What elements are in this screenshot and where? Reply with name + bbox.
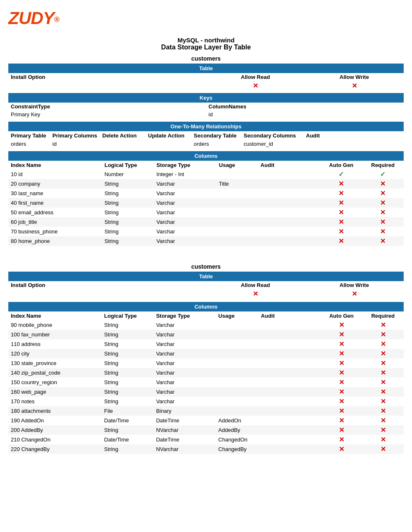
required-cross: ✕ [380, 180, 385, 187]
col-usage [217, 189, 258, 198]
s2-col-row-4: 130 state_province String Varchar ✕ ✕ [8, 358, 404, 368]
required-cross: ✕ [380, 407, 386, 414]
section1-table-label: Table [8, 64, 404, 73]
auto-gen-cross: ✕ [339, 407, 344, 414]
allow-read-label: Allow Read [206, 73, 305, 81]
s2-col-auto-gen: ✕ [321, 444, 362, 454]
required-cross: ✕ [380, 228, 385, 235]
s2-install-option-label: Install Option [8, 281, 206, 289]
s2-col-usage [216, 397, 258, 406]
s2-col-usage [216, 339, 258, 349]
s2-col-index-name: 220 ChangedBy [8, 444, 102, 454]
install-header-row: Install Option Allow Read Allow Write [8, 73, 404, 81]
s2-col-required: ✕ [362, 330, 404, 339]
s2-col-row-5: 140 zip_postal_code String Varchar ✕ ✕ [8, 368, 404, 378]
s2-col-required: ✕ [362, 368, 404, 378]
s2-col-usage: ChangedBy [216, 444, 258, 454]
col-required: ✕ [362, 179, 404, 189]
s2-col-row-13: 220 ChangedBy String NVarchar ChangedBy … [8, 444, 404, 454]
s2-col-logical-type: String [102, 330, 154, 339]
s2-allow-read-value: ✕ [206, 289, 305, 299]
cols-tbody-2: 90 mobile_phone String Varchar ✕ ✕ 100 f… [8, 320, 404, 454]
col-index-name: 70 business_phone [8, 227, 102, 236]
auto-gen-cross: ✕ [339, 350, 344, 357]
column-names-header: ColumnNames [206, 103, 404, 110]
s2-col-usage: ChangedOn [216, 435, 258, 444]
col-index-name: 40 first_name [8, 198, 102, 208]
s2-col-auto-gen: ✕ [321, 435, 362, 444]
col-h-audit: Audit [258, 161, 321, 169]
col-header-row-2: Index Name Logical Type Storage Type Usa… [8, 311, 404, 320]
section1-columns-table: Index Name Logical Type Storage Type Usa… [8, 161, 404, 246]
s2-col-storage-type: NVarchar [153, 425, 216, 435]
keys-table: ConstraintType ColumnNames Primary Key i… [8, 103, 404, 118]
rel-audit-0 [303, 140, 404, 148]
s2-col-audit [259, 349, 321, 358]
key-constraint-0: Primary Key [8, 110, 206, 118]
col-h-usage: Usage [217, 161, 258, 169]
required-cross: ✕ [380, 341, 386, 348]
col-auto-gen: ✕ [321, 236, 362, 246]
s2-col-logical-type: String [102, 425, 154, 435]
col-auto-gen: ✕ [321, 227, 362, 236]
s2-col-audit [259, 387, 321, 397]
report-title1: MySQL - northwind [8, 37, 404, 44]
s2-col-logical-type: String [102, 387, 154, 397]
rel-tbody: orders id orders customer_id [8, 140, 404, 148]
auto-gen-cross: ✕ [339, 388, 344, 395]
s2-col-storage-type: Varchar [153, 387, 216, 397]
install-option-label: Install Option [8, 73, 206, 81]
col-required: ✕ [362, 227, 404, 236]
logo-registered: ® [54, 15, 59, 24]
s2-col-index-name: 130 state_province [8, 358, 102, 368]
s2-allow-read-label: Allow Read [206, 281, 305, 289]
s2-col-auto-gen: ✕ [321, 349, 362, 358]
rel-header-primary-cols: Primary Columns [50, 131, 100, 140]
s2-col-logical-type: String [102, 444, 154, 454]
col-required: ✕ [362, 208, 404, 217]
section2: customers Table Install Option Allow Rea… [8, 262, 404, 454]
col-index-name: 20 company [8, 179, 102, 189]
s2-col-h-required: Required [362, 311, 404, 320]
section1-table-name: customers [8, 54, 404, 64]
s2-allow-write-cross: ✕ [352, 290, 357, 297]
col-storage-type: Varchar [154, 208, 216, 217]
rel-header-update-action: Update Action [146, 131, 191, 140]
allow-read-value: ✕ [206, 81, 305, 91]
s2-col-required: ✕ [362, 425, 404, 435]
col-row-0: 10 id Number Integer - Int ✓ ✓ [8, 169, 404, 179]
section2-table-label: Table [8, 272, 404, 281]
s2-col-auto-gen: ✕ [321, 416, 362, 425]
s2-col-row-8: 170 notes String Varchar ✕ ✕ [8, 397, 404, 406]
col-storage-type: Varchar [154, 227, 216, 236]
section1-cols-label: Columns [8, 151, 404, 161]
col-h-index: Index Name [8, 161, 102, 169]
col-auto-gen: ✕ [321, 198, 362, 208]
s2-col-storage-type: Varchar [153, 358, 216, 368]
rel-primary-table-0: orders [8, 140, 50, 148]
required-cross: ✕ [380, 379, 386, 386]
s2-col-index-name: 190 AddedOn [8, 416, 102, 425]
section2-table-options: Install Option Allow Read Allow Write ✕ … [8, 281, 404, 299]
col-usage [217, 217, 258, 227]
s2-col-h-storage: Storage Type [153, 311, 216, 320]
s2-col-index-name: 150 country_region [8, 378, 102, 387]
s2-col-storage-type: Varchar [153, 349, 216, 358]
s2-col-logical-type: String [102, 397, 154, 406]
s2-col-required: ✕ [362, 397, 404, 406]
col-storage-type: Varchar [154, 217, 216, 227]
install-option-value [8, 81, 206, 91]
s2-col-required: ✕ [362, 349, 404, 358]
col-storage-type: Integer - Int [154, 169, 216, 179]
key-row-0: Primary Key id [8, 110, 404, 118]
s2-col-logical-type: String [102, 349, 154, 358]
rel-secondary-cols-0: customer_id [241, 140, 303, 148]
section1-keys-label: Keys [8, 93, 404, 103]
auto-gen-cross: ✕ [338, 199, 344, 206]
s2-col-audit [259, 444, 321, 454]
s2-col-index-name: 110 address [8, 339, 102, 349]
s2-col-logical-type: String [102, 339, 154, 349]
col-index-name: 60 job_title [8, 217, 102, 227]
s2-col-required: ✕ [362, 387, 404, 397]
s2-col-index-name: 170 notes [8, 397, 102, 406]
